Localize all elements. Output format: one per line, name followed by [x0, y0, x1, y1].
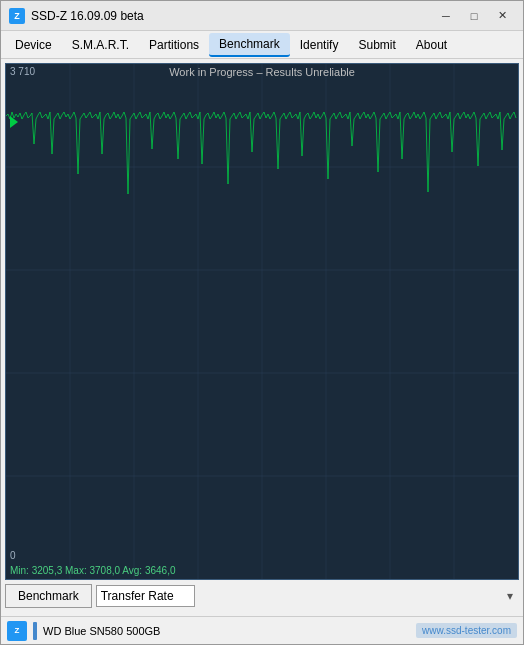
- title-bar: Z SSD-Z 16.09.09 beta ─ □ ✕: [1, 1, 523, 31]
- close-button[interactable]: ✕: [489, 6, 515, 26]
- menu-item-partitions[interactable]: Partitions: [139, 34, 209, 56]
- minimize-button[interactable]: ─: [433, 6, 459, 26]
- drive-indicator: [33, 622, 37, 640]
- drive-name: WD Blue SN580 500GB: [43, 625, 410, 637]
- chart-stats: Min: 3205,3 Max: 3708,0 Avg: 3646,0: [10, 565, 514, 576]
- menu-item-device[interactable]: Device: [5, 34, 62, 56]
- main-content: 3 710 Work in Progress – Results Unrelia…: [1, 59, 523, 616]
- benchmark-chart: 3 710 Work in Progress – Results Unrelia…: [5, 63, 519, 580]
- website-label: www.ssd-tester.com: [416, 623, 517, 638]
- benchmark-controls: Benchmark Transfer Rate Random Read Rand…: [5, 580, 519, 612]
- window-controls: ─ □ ✕: [433, 6, 515, 26]
- menu-item-identify[interactable]: Identify: [290, 34, 349, 56]
- menu-item-smart[interactable]: S.M.A.R.T.: [62, 34, 139, 56]
- menu-item-benchmark[interactable]: Benchmark: [209, 33, 290, 57]
- app-icon: Z: [9, 8, 25, 24]
- window-title: SSD-Z 16.09.09 beta: [31, 9, 433, 23]
- transfer-type-dropdown-wrapper: Transfer Rate Random Read Random Write S…: [96, 585, 519, 607]
- status-bar: Z WD Blue SN580 500GB www.ssd-tester.com: [1, 616, 523, 644]
- status-app-icon: Z: [7, 621, 27, 641]
- chart-y-min: 0: [10, 550, 16, 561]
- menu-item-about[interactable]: About: [406, 34, 457, 56]
- menu-item-submit[interactable]: Submit: [348, 34, 405, 56]
- chart-svg: [6, 64, 518, 579]
- menu-bar: Device S.M.A.R.T. Partitions Benchmark I…: [1, 31, 523, 59]
- chart-waveform: [6, 112, 516, 194]
- maximize-button[interactable]: □: [461, 6, 487, 26]
- chart-title: Work in Progress – Results Unreliable: [6, 66, 518, 78]
- main-window: Z SSD-Z 16.09.09 beta ─ □ ✕ Device S.M.A…: [0, 0, 524, 645]
- app-icon-label: Z: [14, 11, 20, 21]
- transfer-type-dropdown[interactable]: Transfer Rate Random Read Random Write S…: [96, 585, 195, 607]
- benchmark-button[interactable]: Benchmark: [5, 584, 92, 608]
